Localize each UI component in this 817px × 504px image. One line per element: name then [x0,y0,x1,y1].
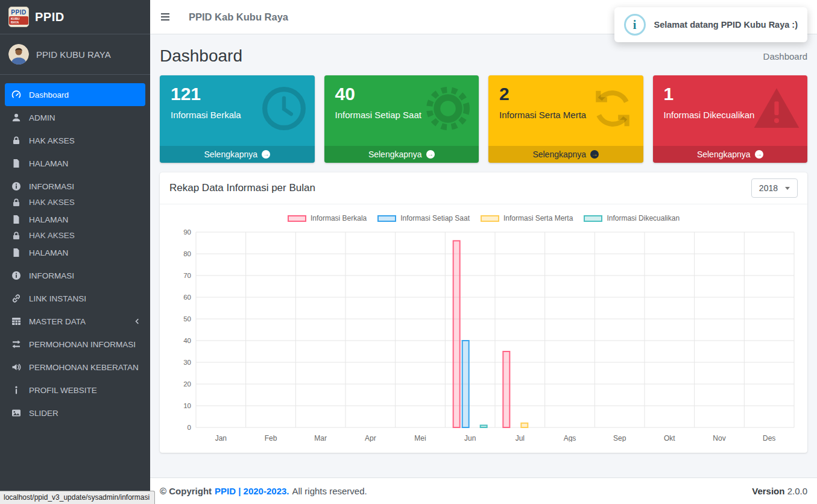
svg-text:Apr: Apr [365,434,376,442]
link-icon [10,294,23,303]
lock-icon [10,198,23,207]
ppid-logo: PPID KUBU RAYA [8,7,29,27]
legend-swatch [584,215,602,222]
main-area: PPID Kab Kubu Raya i Selamat datang PPID… [150,0,817,504]
sidebar-item-informasi[interactable]: INFORMASI [5,175,145,198]
caret-down-icon [785,187,790,190]
info-boxes-row: 121Informasi BerkalaSelengkapnya→40Infor… [160,75,807,163]
file-icon [10,215,23,224]
topbar-title: PPID Kab Kubu Raya [189,11,288,23]
sidebar-nav: DashboardADMINHAK AKSESHALAMANINFORMASIH… [0,75,150,429]
legend-item[interactable]: Informasi Serta Merta [481,214,573,222]
chart-card-header: Rekap Data Informasi per Bulan 2018 [160,172,807,204]
svg-text:30: 30 [183,359,191,366]
exchange-icon [10,339,23,349]
warning-icon [752,84,801,133]
chart-legend: Informasi BerkalaInformasi Setiap SaatIn… [169,209,798,228]
svg-text:10: 10 [183,402,191,409]
legend-item[interactable]: Informasi Dikecualikan [584,214,680,222]
sidebar-item-label: PERMOHONAN INFORMASI [29,340,136,349]
info-box-more-link[interactable]: Selengkapnya→ [160,146,315,163]
info-icon [10,385,23,395]
legend-swatch [481,215,499,222]
gear-icon [423,84,473,133]
chevron-left-icon [133,318,140,325]
legend-label: Informasi Dikecualikan [607,214,680,222]
sidebar-item-dashboard[interactable]: Dashboard [5,83,145,106]
version-line: Version 2.0.0 [752,486,807,496]
svg-text:Ags: Ags [564,434,576,442]
sidebar-item-halaman[interactable]: HALAMAN [5,208,145,231]
sidebar-item-label: INFORMASI [29,182,74,191]
svg-text:Des: Des [763,434,775,442]
sidebar-item-permohonan-keberatan[interactable]: PERMOHONAN KEBERATAN [5,356,145,379]
sidebar-item-profil-website[interactable]: PROFIL WEBSITE [5,379,145,402]
sidebar-item-label: HAK AKSES [29,198,75,207]
legend-label: Informasi Serta Merta [503,214,573,222]
arrow-circle-right-icon: → [262,150,270,159]
sidebar-item-hak-akses[interactable]: HAK AKSES [5,129,145,152]
brand[interactable]: PPID KUBU RAYA PPID [0,0,150,34]
legend-item[interactable]: Informasi Berkala [288,214,367,222]
info-circle-icon [10,181,23,191]
info-circle-icon [10,271,23,280]
sidebar-item-informasi[interactable]: INFORMASI [5,264,145,287]
ppid-link[interactable]: PPID | 2020-2023. [215,486,289,496]
menu-toggle-icon[interactable] [160,12,172,22]
legend-item[interactable]: Informasi Setiap Saat [377,214,470,222]
svg-text:60: 60 [183,294,191,301]
legend-label: Informasi Berkala [311,214,367,222]
svg-text:40: 40 [183,337,191,344]
arrow-circle-right-icon: → [590,150,599,159]
svg-text:Nov: Nov [713,434,725,442]
app-window: PPID KUBU RAYA PPID PPID KUBU RAYA Dashb… [0,0,817,504]
browser-status-bubble: localhost/ppid_v3_update/sysadmin/inform… [0,491,155,504]
sidebar-item-label: HALAMAN [29,215,68,224]
lock-icon [10,136,23,145]
toast-notification[interactable]: i Selamat datang PPID Kubu Raya :) [614,7,808,42]
table-icon [10,317,23,326]
sidebar-item-halaman[interactable]: HALAMAN [5,152,145,175]
version-label: Version [752,486,784,496]
sidebar-item-hak-akses[interactable]: HAK AKSES [5,198,145,208]
sidebar-item-label: PROFIL WEBSITE [29,386,97,395]
footer: © Copyright PPID | 2020-2023. All rights… [150,477,817,504]
more-label: Selengkapnya [697,150,751,159]
info-box-more-link[interactable]: Selengkapnya→ [653,146,808,163]
chart-title: Rekap Data Informasi per Bulan [169,182,315,194]
more-label: Selengkapnya [532,150,586,159]
info-box-more-link[interactable]: Selengkapnya→ [324,146,479,163]
copyright-line: © Copyright PPID | 2020-2023. All rights… [160,486,367,496]
chart-card-body: Informasi BerkalaInformasi Setiap SaatIn… [160,204,807,453]
user-icon [10,113,23,122]
sidebar-item-label: HAK AKSES [29,136,75,145]
page-title: Dashboard [160,46,242,66]
file-icon [10,159,23,168]
sidebar-item-admin[interactable]: ADMIN [5,106,145,129]
svg-text:Jul: Jul [516,434,525,442]
user-panel[interactable]: PPID KUBU RAYA [0,34,150,75]
version-value: 2.0.0 [787,486,807,496]
sidebar: PPID KUBU RAYA PPID PPID KUBU RAYA Dashb… [0,0,150,504]
sidebar-item-link-instansi[interactable]: LINK INSTANSI [5,287,145,310]
chart-card: Rekap Data Informasi per Bulan 2018 Info… [160,172,807,453]
svg-text:Sep: Sep [613,434,626,442]
sidebar-item-label: INFORMASI [29,271,74,280]
sidebar-item-halaman[interactable]: HALAMAN [5,241,145,264]
svg-text:70: 70 [183,272,191,279]
sidebar-item-slider[interactable]: SLIDER [5,402,145,424]
sidebar-item-master-data[interactable]: MASTER DATA [5,310,145,333]
year-select[interactable]: 2018 [751,178,798,198]
arrow-circle-right-icon: → [755,150,763,159]
avatar [8,44,29,65]
bar-chart-svg: 0102030405060708090JanFebMarAprMeiJunJul… [169,228,798,442]
svg-text:Jan: Jan [215,434,227,442]
sidebar-item-hak-akses[interactable]: HAK AKSES [5,231,145,241]
page-header: Dashboard Dashboard [160,46,807,66]
svg-text:20: 20 [183,380,191,388]
more-label: Selengkapnya [204,150,257,159]
sidebar-item-permohonan-informasi[interactable]: PERMOHONAN INFORMASI [5,333,145,356]
tachometer-icon [10,90,23,99]
info-box-more-link[interactable]: Selengkapnya→ [488,146,643,163]
info-icon: i [624,14,646,36]
